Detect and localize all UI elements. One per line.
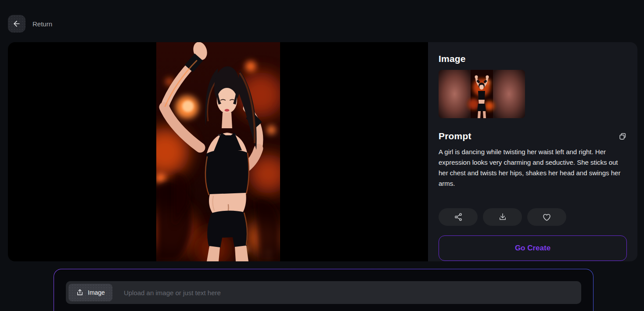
image-heading: Image [439,54,627,64]
image-thumbnail[interactable] [439,70,525,118]
prompt-input[interactable] [112,284,579,301]
media-viewer [8,42,428,261]
download-icon [498,213,507,221]
arrow-left-icon [12,19,21,28]
prompt-heading: Prompt [439,131,471,141]
composer-input-row: Image [66,281,581,304]
upload-icon [76,289,84,297]
heart-icon [542,213,551,222]
top-bar: Return [8,15,52,33]
composer-inner: Image [54,269,593,311]
image-upload-button[interactable]: Image [68,284,112,301]
share-button[interactable] [439,208,478,226]
action-buttons [439,208,627,226]
copy-prompt-button[interactable] [619,132,627,141]
return-button[interactable] [8,15,25,33]
info-panel: Image [428,42,637,261]
copy-icon [619,132,627,141]
share-icon [454,213,463,221]
generated-image [156,42,280,261]
go-create-button[interactable]: Go Create [439,235,627,261]
composer: Image [54,269,594,311]
prompt-text: A girl is dancing while twisting her wai… [439,147,627,189]
detail-card: Image [8,42,637,261]
return-label: Return [32,20,52,28]
image-upload-label: Image [88,289,105,296]
download-button[interactable] [483,208,522,226]
favorite-button[interactable] [527,208,566,226]
